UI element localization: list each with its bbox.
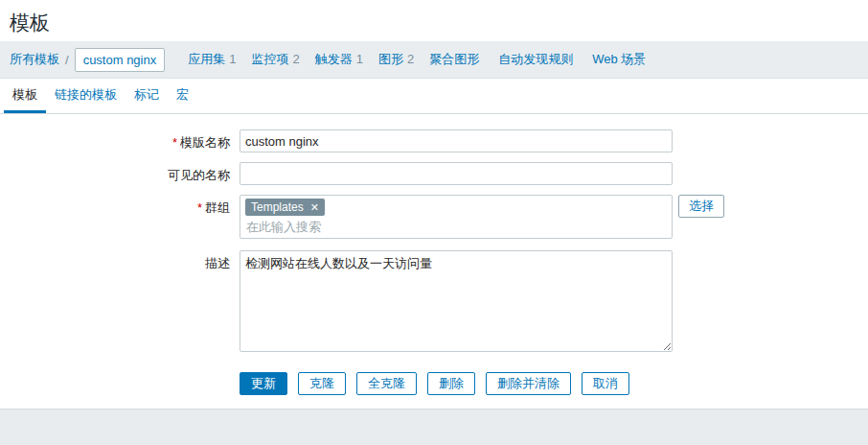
- nav-items-count: 2: [292, 52, 299, 66]
- nav-item-triggers[interactable]: 触发器1: [315, 51, 363, 68]
- nav-screens-link[interactable]: 聚合图形: [429, 52, 479, 66]
- description-label: 描述: [0, 250, 230, 272]
- groups-multiselect[interactable]: Templates ✕: [240, 195, 673, 239]
- nav-graphs-link[interactable]: 图形: [378, 52, 403, 66]
- template-form: *模版名称 可见的名称 *群组 Templates ✕: [0, 114, 868, 409]
- required-asterisk: *: [197, 200, 202, 215]
- template-name-input[interactable]: [240, 129, 673, 152]
- nav-item-graphs[interactable]: 图形2: [378, 51, 414, 68]
- nav-item-web[interactable]: Web 场景: [592, 51, 650, 68]
- group-chip-templates: Templates ✕: [245, 199, 325, 216]
- nav-triggers-link[interactable]: 触发器: [315, 52, 353, 66]
- delete-button[interactable]: 删除: [427, 372, 475, 395]
- tab-bar: 模板 链接的模板 标记 宏: [0, 79, 868, 114]
- nav-item-discovery[interactable]: 自动发现规则: [498, 51, 577, 68]
- nav-applications-count: 1: [229, 52, 236, 66]
- remove-chip-icon[interactable]: ✕: [310, 200, 319, 214]
- visible-name-input[interactable]: [240, 162, 673, 185]
- nav-item-screens[interactable]: 聚合图形: [429, 51, 483, 68]
- form-row-template-name: *模版名称: [0, 129, 868, 152]
- breadcrumb: 所有模板 / custom nginx 应用集1 监控项2 触发器1 图形2 聚…: [0, 41, 868, 79]
- breadcrumb-separator: /: [65, 53, 69, 67]
- content-panel: 模板 链接的模板 标记 宏 *模版名称 可见的名称 *群组: [0, 79, 868, 410]
- template-name-label-text: 模版名称: [180, 135, 230, 150]
- page-header: 模板: [0, 0, 868, 41]
- required-asterisk: *: [172, 135, 177, 150]
- nav-items-link[interactable]: 监控项: [251, 52, 288, 66]
- cancel-button[interactable]: 取消: [582, 372, 629, 395]
- nav-discovery-link[interactable]: 自动发现规则: [498, 52, 573, 66]
- breadcrumb-current-template[interactable]: custom nginx: [75, 48, 166, 72]
- template-name-label: *模版名称: [0, 129, 230, 152]
- groups-select-button[interactable]: 选择: [678, 195, 724, 218]
- delete-and-clear-button[interactable]: 删除并清除: [486, 372, 571, 395]
- tab-macros[interactable]: 宏: [168, 79, 197, 113]
- groups-label: *群组: [0, 195, 230, 217]
- form-row-groups: *群组 Templates ✕ 选择: [0, 195, 868, 239]
- form-row-visible-name: 可见的名称: [0, 162, 868, 185]
- tab-tags[interactable]: 标记: [126, 79, 168, 113]
- form-row-description: 描述 检测网站在线人数以及一天访问量: [0, 250, 868, 355]
- nav-item-items[interactable]: 监控项2: [251, 51, 299, 68]
- description-textarea[interactable]: 检测网站在线人数以及一天访问量: [240, 250, 673, 352]
- groups-label-text: 群组: [205, 200, 230, 215]
- form-buttons: 更新 克隆 全克隆 删除 删除并清除 取消: [240, 372, 868, 395]
- nav-applications-link[interactable]: 应用集: [188, 52, 225, 66]
- tab-template[interactable]: 模板: [4, 79, 46, 113]
- nav-graphs-count: 2: [407, 52, 414, 66]
- clone-button[interactable]: 克隆: [298, 372, 346, 395]
- breadcrumb-all-templates-link[interactable]: 所有模板: [10, 51, 59, 68]
- nav-item-applications[interactable]: 应用集1: [188, 51, 236, 68]
- update-button[interactable]: 更新: [240, 372, 287, 395]
- nav-web-link[interactable]: Web 场景: [592, 52, 646, 66]
- group-chip-label: Templates: [251, 200, 304, 214]
- page-background: [0, 410, 868, 445]
- groups-search-input[interactable]: [245, 219, 437, 235]
- nav-triggers-count: 1: [356, 52, 363, 66]
- page-title: 模板: [10, 10, 868, 36]
- tab-linked-templates[interactable]: 链接的模板: [46, 79, 126, 113]
- visible-name-label: 可见的名称: [0, 162, 230, 184]
- full-clone-button[interactable]: 全克隆: [356, 372, 417, 395]
